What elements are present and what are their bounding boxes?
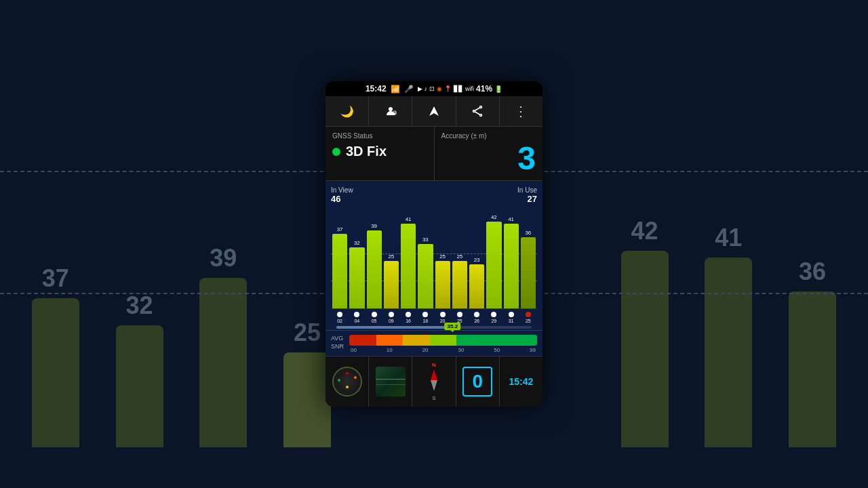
- in-use-count: 27: [517, 194, 537, 204]
- compass-dot-orange: [354, 376, 357, 379]
- navigate-button[interactable]: [412, 96, 456, 126]
- bar-rect: [401, 224, 416, 308]
- compass-widget: [332, 367, 362, 396]
- in-use-section: In Use 27: [517, 186, 537, 204]
- sat-id-col: 20: [435, 312, 450, 323]
- time-widget: 15:42: [509, 376, 534, 387]
- bar-val: 42: [491, 214, 497, 220]
- sat-bar-02: 37: [332, 226, 347, 308]
- sim-icon: 📶: [391, 85, 400, 94]
- sat-id-col: 25: [452, 312, 467, 323]
- sat-dot: [372, 312, 377, 317]
- sat-id: 31: [509, 319, 514, 323]
- map-line: [376, 379, 406, 380]
- bg-bar-group: 37: [32, 264, 79, 447]
- bg-bar-label: 25: [294, 319, 321, 347]
- snr-segment-yellow: [403, 335, 430, 346]
- svg-rect-2: [394, 113, 395, 114]
- sat-id-col: 02: [332, 312, 347, 323]
- snr-bar-container: 35.2: [349, 335, 537, 346]
- snr-label: SNR: [331, 343, 344, 350]
- gnss-status: 3D Fix: [332, 144, 427, 159]
- needle-bottom: [431, 380, 437, 391]
- sat-id: 05: [372, 319, 377, 323]
- bar-rect: [521, 237, 536, 308]
- sat-id-col: 09: [384, 312, 399, 323]
- sat-bar-16: 41: [401, 216, 416, 308]
- in-use-label: In Use: [517, 186, 537, 194]
- bg-bar-group: 36: [789, 258, 836, 447]
- compass-dot-green: [338, 379, 340, 382]
- sat-bar-18: 33: [418, 237, 433, 308]
- compass-dot-red: [346, 372, 349, 375]
- sat-dot: [440, 312, 446, 317]
- gnss-dot: [332, 148, 340, 156]
- compass-nav-button[interactable]: [326, 357, 369, 407]
- gnss-status-text: 3D Fix: [346, 144, 387, 159]
- bar-val: 41: [406, 216, 412, 222]
- snr-bar: [349, 335, 537, 346]
- direction-nav-button[interactable]: N S: [412, 357, 456, 407]
- bar-rect: [332, 234, 347, 308]
- bar-val: 32: [354, 240, 360, 246]
- share-button[interactable]: [456, 96, 500, 126]
- snr-scale-00: 00: [351, 347, 357, 353]
- bar-rect: [349, 247, 364, 308]
- sat-id: 26: [474, 319, 479, 323]
- sat-id: 09: [389, 319, 394, 323]
- bg-bar-group: 41: [705, 224, 752, 447]
- night-mode-button[interactable]: 🌙: [326, 96, 369, 126]
- avg-label: AVG: [331, 335, 344, 342]
- map-line-2: [376, 384, 406, 385]
- bar-rect: [469, 264, 484, 308]
- sat-id-col: 16: [401, 312, 416, 323]
- sat-id-col: 05: [367, 312, 382, 323]
- satellite-chart: 37 32 39 25 41: [331, 207, 537, 308]
- sat-id: 16: [406, 319, 411, 323]
- sat-dot: [354, 312, 359, 317]
- bar-val: 25: [456, 253, 462, 260]
- mic-icon: 🎤: [404, 85, 414, 94]
- sat-dot: [457, 312, 462, 317]
- bg-bar: [789, 291, 836, 447]
- in-view-section: In View 46: [331, 186, 353, 204]
- needle-top: [431, 369, 437, 380]
- bg-bar-group: 42: [621, 217, 669, 447]
- zero-nav-button[interactable]: 0: [456, 357, 500, 407]
- bg-bar: [705, 258, 752, 447]
- compass-south-label: S: [432, 395, 435, 401]
- sat-dot: [337, 312, 342, 317]
- sat-id: 25: [526, 319, 531, 323]
- toolbar: 🌙 ⋮: [326, 96, 542, 127]
- bar-val: 39: [371, 223, 377, 229]
- snr-panel: AVG SNR 35.2 00 10 20: [326, 330, 542, 356]
- person-lock-button[interactable]: [369, 96, 412, 126]
- sat-bar-09: 25: [384, 253, 399, 308]
- satellite-ids: 02 04 05 09 16 18: [331, 308, 537, 325]
- bar-rect: [504, 224, 519, 308]
- signal-icon: ▊▊: [454, 85, 463, 92]
- sat-dot: [422, 312, 428, 317]
- bar-val: 33: [422, 237, 429, 243]
- bg-bar-label: 37: [42, 264, 69, 293]
- bg-bar-label: 32: [126, 291, 153, 320]
- bg-bar-group: 39: [199, 244, 247, 447]
- more-options-button[interactable]: ⋮: [500, 96, 542, 126]
- bar-rect: [384, 261, 399, 308]
- bg-bar: [621, 251, 669, 447]
- bar-val: 25: [439, 253, 446, 260]
- status-time: 15:42: [366, 84, 387, 94]
- yt-icon: ▶: [418, 85, 422, 92]
- svg-line-7: [475, 108, 480, 110]
- sat-id-col: 29: [486, 312, 501, 323]
- map-nav-button[interactable]: [369, 357, 412, 407]
- svg-marker-3: [429, 106, 439, 116]
- time-nav-button[interactable]: 15:42: [500, 357, 542, 407]
- snr-scale: 00 10 20 30 50 99: [349, 347, 537, 353]
- location-icon: 📍: [444, 85, 452, 92]
- bg-bar-group: 32: [116, 291, 163, 447]
- status-bar: 15:42 📶 🎤 ▶ ♪ ⊡ ◉ 📍 ▊▊ wifi 41% 🔋: [326, 81, 542, 96]
- bar-rect: [452, 261, 467, 308]
- sat-id-col: 31: [504, 312, 519, 323]
- accuracy-panel: Accuracy (± m) 3: [435, 127, 543, 180]
